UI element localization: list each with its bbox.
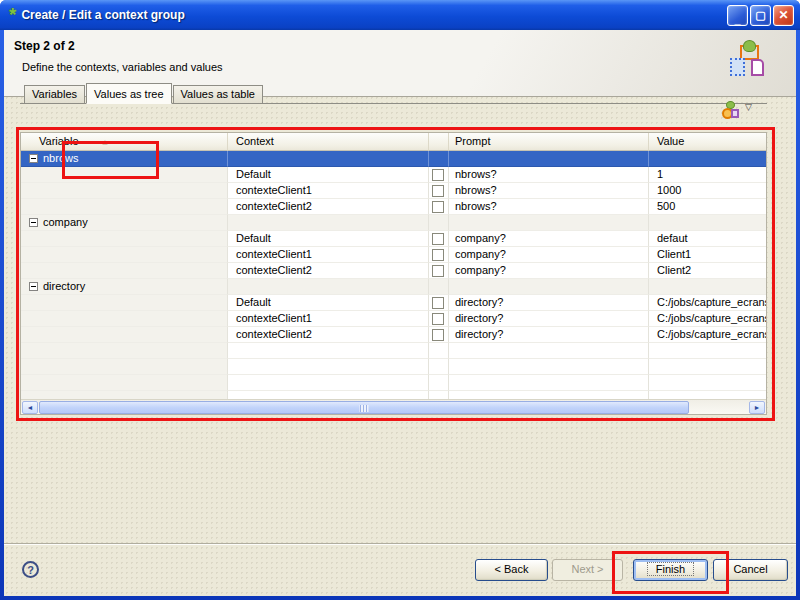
minimize-button[interactable]: _: [727, 5, 748, 26]
annotation-finish-button: [612, 551, 729, 594]
tab-values-as-table[interactable]: Values as table: [173, 85, 263, 103]
icon-purple-box: [731, 109, 739, 118]
help-icon[interactable]: ?: [22, 561, 39, 578]
tab-variables[interactable]: Variables: [24, 85, 85, 103]
icon-purple-page: [751, 59, 764, 76]
back-button[interactable]: < Back: [475, 559, 548, 581]
icon-green-blob: [743, 40, 756, 52]
close-button[interactable]: ✕: [773, 5, 794, 26]
step-title: Step 2 of 2: [14, 39, 75, 53]
step-description: Define the contexts, variables and value…: [22, 61, 223, 73]
dialog-content: Step 2 of 2 Define the contexts, variabl…: [4, 30, 796, 596]
icon-blue-doc: [730, 58, 745, 76]
view-menu-dropdown-icon[interactable]: ▽: [745, 102, 752, 112]
context-group-icon: [730, 42, 768, 82]
context-view-icon[interactable]: [721, 101, 739, 123]
titlebar[interactable]: * Create / Edit a context group _ ▢ ✕: [0, 0, 800, 30]
maximize-button[interactable]: ▢: [750, 5, 771, 26]
tab-bar: Variables Values as tree Values as table: [20, 83, 767, 104]
tab-values-as-tree[interactable]: Values as tree: [86, 83, 172, 104]
footer-separator: [4, 543, 796, 545]
dialog-window: * Create / Edit a context group _ ▢ ✕ St…: [0, 0, 800, 600]
window-title: Create / Edit a context group: [21, 8, 727, 22]
annotation-table: [16, 127, 775, 421]
app-icon: *: [9, 8, 16, 22]
